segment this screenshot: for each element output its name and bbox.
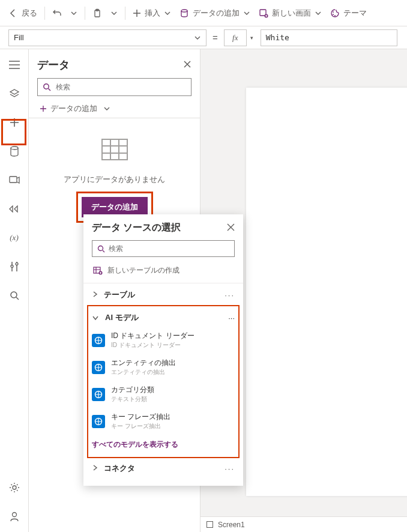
chevron-down-icon[interactable]: ▾: [250, 35, 253, 41]
new-screen-icon: [259, 8, 268, 18]
chevron-down-icon: [243, 10, 250, 17]
clipboard-icon: [92, 8, 102, 18]
rail-flows-button[interactable]: [2, 198, 26, 220]
empty-state: アプリにデータがありません データの追加: [29, 118, 200, 217]
section-label: テーブル: [104, 289, 219, 300]
table-icon: [101, 139, 128, 162]
screen-canvas[interactable]: [246, 88, 407, 496]
svg-rect-9: [10, 177, 17, 183]
ai-model-item[interactable]: キー フレーズ抽出 キー フレーズ抽出: [88, 408, 238, 435]
fx-label: fx: [232, 33, 238, 43]
ai-item-sub: エンティティの抽出: [111, 368, 176, 376]
arrow-left-icon: [8, 8, 18, 18]
plus-icon: [10, 118, 19, 127]
new-table-label: 新しいテーブルの作成: [107, 265, 179, 276]
palette-icon: [330, 8, 340, 18]
rail-tree-button[interactable]: [2, 54, 26, 76]
panel-search-input[interactable]: [56, 83, 186, 91]
add-data-row[interactable]: データの追加: [29, 100, 200, 118]
flyout-search-input[interactable]: [109, 244, 229, 253]
paste-chevron[interactable]: [107, 7, 121, 19]
more-button[interactable]: ···: [225, 464, 235, 473]
screen-name[interactable]: Screen1: [218, 521, 245, 529]
search-icon: [10, 291, 19, 300]
more-button[interactable]: ···: [228, 313, 235, 322]
new-screen-button[interactable]: 新しい画面: [255, 5, 325, 21]
empty-text: アプリにデータがありません: [64, 174, 165, 185]
property-selector[interactable]: Fill: [8, 29, 207, 46]
rail-variables-button[interactable]: (x): [2, 227, 26, 249]
theme-label: テーマ: [343, 8, 367, 19]
ai-model-icon: [92, 415, 105, 428]
svg-point-15: [44, 84, 49, 89]
new-table-button[interactable]: 新しいテーブルの作成: [83, 262, 243, 283]
media-icon: [9, 175, 20, 185]
undo-chevron[interactable]: [67, 7, 81, 19]
flyout-search[interactable]: [92, 240, 235, 257]
svg-rect-16: [102, 139, 127, 160]
database-icon: [10, 146, 19, 157]
back-button[interactable]: 戻る: [5, 5, 41, 21]
layers-icon: [9, 88, 20, 99]
rail-layers-button[interactable]: [2, 83, 26, 104]
close-icon: [227, 223, 235, 231]
undo-icon: [52, 8, 62, 18]
ai-model-item[interactable]: ID ドキュメント リーダー ID ドキュメント リーダー: [88, 327, 238, 354]
left-rail: (x): [0, 49, 29, 532]
show-all-models-link[interactable]: すべてのモデルを表示する: [88, 435, 238, 452]
ai-model-icon: [92, 334, 105, 347]
search-icon: [43, 83, 51, 91]
chevron-down-icon: [110, 10, 118, 17]
section-connectors[interactable]: コネクタ ···: [83, 457, 243, 480]
svg-point-2: [181, 10, 187, 12]
svg-point-8: [11, 147, 18, 150]
ai-item-title: キー フレーズ抽出: [111, 412, 170, 422]
chevron-down-icon: [92, 313, 99, 322]
section-ai-models[interactable]: AI モデル ···: [88, 309, 238, 327]
flyout-title: データ ソースの選択: [92, 222, 181, 234]
insert-button[interactable]: 挿入: [129, 5, 175, 21]
formula-input[interactable]: White: [261, 29, 397, 46]
svg-point-10: [11, 265, 13, 268]
ai-model-item[interactable]: エンティティの抽出 エンティティの抽出: [88, 354, 238, 381]
ai-item-sub: キー フレーズ抽出: [111, 422, 170, 431]
rail-settings-button[interactable]: [2, 477, 26, 498]
tools-icon: [10, 261, 19, 272]
plus-icon: [40, 105, 47, 112]
copilot-icon: [9, 511, 20, 522]
svg-point-11: [16, 263, 18, 265]
database-icon: [179, 8, 189, 18]
theme-button[interactable]: テーマ: [327, 5, 370, 21]
flow-icon: [9, 205, 20, 213]
panel-search[interactable]: [37, 78, 191, 96]
section-label: コネクタ: [104, 463, 219, 474]
rail-copilot-button[interactable]: [2, 506, 26, 527]
more-button[interactable]: ···: [225, 291, 235, 300]
section-tables[interactable]: テーブル ···: [83, 283, 243, 306]
app-toolbar: 戻る 挿入 データの追加 新しい画面 テーマ: [0, 0, 407, 26]
undo-button[interactable]: [49, 6, 65, 20]
flyout-close-button[interactable]: [227, 223, 235, 233]
chevron-down-icon: [164, 10, 171, 17]
panel-close-button[interactable]: [183, 60, 191, 70]
rail-tools-button[interactable]: [2, 256, 26, 277]
add-data-toolbar-button[interactable]: データの追加: [176, 5, 254, 21]
screen-indicator-icon: [207, 521, 213, 528]
svg-point-17: [98, 246, 103, 250]
close-icon: [183, 60, 191, 68]
svg-point-5: [333, 11, 334, 13]
rail-search-button[interactable]: [2, 285, 26, 306]
chevron-right-icon: [92, 464, 98, 473]
ai-models-group: AI モデル ··· ID ドキュメント リーダー ID ドキュメント リーダー…: [88, 306, 238, 457]
chevron-right-icon: [92, 291, 98, 300]
hamburger-icon: [9, 61, 20, 69]
ai-item-title: カテゴリ分類: [111, 385, 154, 395]
new-table-icon: [93, 267, 103, 275]
fx-button[interactable]: fx: [224, 29, 247, 46]
variable-icon: (x): [10, 233, 18, 243]
paste-button[interactable]: [89, 6, 106, 20]
rail-data-button[interactable]: [2, 141, 26, 162]
ai-model-item[interactable]: カテゴリ分類 テキスト分類: [88, 381, 238, 408]
rail-insert-button[interactable]: [2, 112, 26, 133]
rail-media-button[interactable]: [2, 169, 26, 191]
